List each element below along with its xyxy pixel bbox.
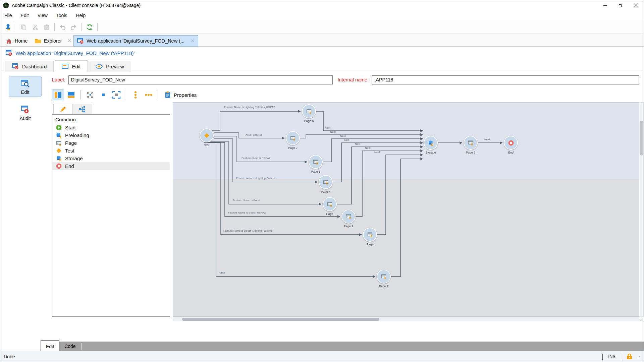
palette-item-storage[interactable]: Storage [52,155,170,162]
palette-item-label: End [65,163,74,169]
split-horizontal-icon[interactable] [65,89,77,100]
dots-vertical-icon[interactable] [129,89,142,100]
canvas-vertical-scrollbar[interactable] [639,102,644,317]
workflow-edge-test-page-a[interactable] [211,142,321,204]
edge-label: next [344,138,350,141]
split-vertical-icon[interactable] [52,89,64,100]
resize-grip-icon[interactable] [639,317,644,321]
copy-icon[interactable] [18,22,30,32]
sidebar-item-edit[interactable]: Edit [9,76,42,97]
undo-icon[interactable] [57,22,68,32]
workflow-node-label: Page 3 [464,151,478,154]
workflow-canvas[interactable]: Feature Name is Lighting Patterns_RSPA2A… [173,102,639,317]
workflow-node-page3[interactable]: Page 3 [464,136,478,154]
canvas-horizontal-scrollbar[interactable] [173,317,639,321]
workflow-node-page7[interactable]: Page 7 [286,131,300,149]
edge-label: Feature Name is Boost [233,199,261,202]
bottom-tab-code[interactable]: Code [59,342,80,351]
edge-label: Next [325,126,330,129]
vertical-scroll-thumb[interactable] [640,121,643,156]
label-caption: Label: [52,77,65,82]
menu-bar: File Edit View Tools Help [0,10,644,20]
palette-item-test[interactable]: Test [52,147,170,155]
palette-tab-pencil[interactable] [53,104,73,115]
menu-help[interactable]: Help [76,13,86,18]
workflow-node-storage[interactable]: Storage [424,136,438,154]
workflow-node-end[interactable]: End [504,136,518,154]
workflow-edge-test-page-b[interactable] [206,142,362,235]
internal-name-input[interactable] [372,75,639,84]
tab-explorer[interactable]: Explorer [31,36,65,46]
pencil-icon [59,106,67,113]
status-separator [602,354,603,360]
resize-grip-icon[interactable] [638,355,642,359]
workflow-node-page4[interactable]: Page 4 [319,175,333,193]
workflow-edge-page5-storage[interactable] [323,139,423,162]
page-icon [290,135,296,141]
zoom-fit-icon[interactable] [84,89,96,100]
test-icon [204,133,210,138]
audit-icon [20,105,30,114]
workflow-edge-test-page6[interactable] [212,111,301,131]
label-input[interactable] [68,75,333,84]
palette-item-page[interactable]: Page [52,139,170,147]
refresh-icon[interactable] [84,22,95,32]
workflow-edge-page-a-storage[interactable] [337,147,423,204]
workflow-node-page7b[interactable]: Page 7 [377,269,391,288]
workflow-node-page2[interactable]: Page 2 [341,209,356,228]
menu-view[interactable]: View [38,13,48,18]
close-button[interactable] [628,0,644,10]
folder-icon [35,38,41,44]
tab-edit[interactable]: Edit [55,60,88,72]
application-window: Adobe Campaign Classic - Client console … [0,0,644,362]
workflow-edge-page4-storage[interactable] [333,143,423,182]
workflow-node-page5[interactable]: Page 5 [309,155,323,173]
bottom-tab-edit[interactable]: Edit [41,340,59,351]
workflow-edge-page6-storage[interactable] [316,111,423,131]
workflow-edge-test-page4[interactable] [214,139,317,182]
menu-file[interactable]: File [4,13,12,18]
active-tab-close-icon[interactable]: ✕ [191,38,195,44]
menu-tools[interactable]: Tools [56,13,67,18]
tab-home[interactable]: Home [2,36,31,46]
restore-button[interactable] [613,0,628,10]
activity-palette: Common StartPreloadingPageTestStorageEnd [52,102,170,338]
workflow-node-page-a[interactable]: Page [323,197,337,216]
tab-close-icon[interactable]: ✕ [65,36,74,46]
redo-icon[interactable] [68,22,79,32]
page-icon [323,179,329,185]
palette-item-end[interactable]: End [52,162,170,170]
minimize-button[interactable] [597,0,613,10]
paste-icon[interactable] [41,22,52,32]
dots-horizontal-icon[interactable] [143,89,155,100]
breadcrumb-link[interactable]: Web application 'DigitalSurvey_FOD_New (… [15,50,135,56]
palette-tab-hierarchy[interactable] [73,104,92,114]
cut-icon[interactable] [30,22,41,32]
zoom-out-icon[interactable] [97,89,109,100]
workflow-edge-page7b-storage[interactable] [391,159,423,277]
workflow-node-page6[interactable]: Page 6 [302,104,316,123]
workflow-edge-page2-storage[interactable] [356,151,423,217]
horizontal-scroll-thumb[interactable] [182,318,379,321]
preloading-icon [56,132,62,138]
tab-web-application[interactable]: @ Web application 'DigitalSurvey_FOD_New… [73,35,198,47]
breadcrumb: @ Web application 'DigitalSurvey_FOD_New… [0,47,644,59]
workflow-edge-page-b-storage[interactable] [377,155,423,235]
toolbar-separator [80,90,81,100]
palette-item-preloading[interactable]: Preloading [52,131,170,139]
workflow-edge-page7-storage[interactable] [300,135,423,138]
edit-window-icon [62,64,68,69]
workflow-node-test[interactable]: Test [200,128,214,147]
edge-label: All 3 Features [246,133,262,136]
connection-icon[interactable] [2,22,14,32]
palette-item-start[interactable]: Start [52,124,170,131]
menu-edit[interactable]: Edit [21,13,29,18]
zoom-selection-icon[interactable] [110,89,122,100]
tab-dashboard[interactable]: @ Dashboard [5,61,54,72]
diagram-toolbar: Properties [50,87,644,102]
diagram-area: Feature Name is Lighting Patterns_RSPA2A… [173,102,644,338]
sidebar-item-audit[interactable]: Audit [9,102,42,123]
properties-button[interactable]: Properties [162,89,200,100]
tab-preview[interactable]: Preview [89,61,131,72]
workflow-node-page-b[interactable]: Page [363,228,377,246]
